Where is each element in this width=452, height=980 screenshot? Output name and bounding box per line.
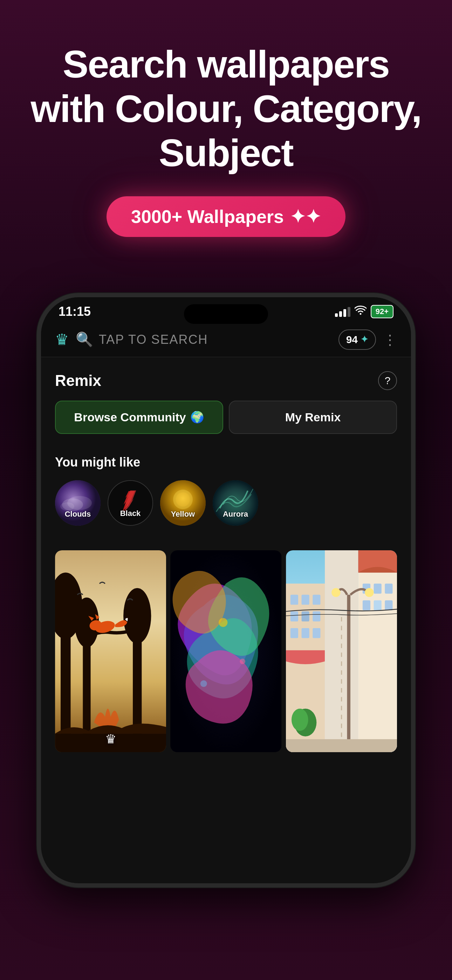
svg-rect-30 xyxy=(301,611,309,621)
svg-rect-39 xyxy=(363,600,370,610)
might-like-section: You might like xyxy=(41,455,411,550)
svg-point-44 xyxy=(365,588,374,597)
svg-point-22 xyxy=(201,680,207,687)
hero-title: Search wallpapers with Colour, Category,… xyxy=(28,42,424,175)
hero-badge[interactable]: 3000+ Wallpapers ✦✦ xyxy=(107,196,345,237)
help-icon[interactable]: ? xyxy=(378,371,397,390)
category-circle-aurora: Aurora xyxy=(213,480,258,526)
phone-container: 11:15 92+ ♛ xyxy=(0,293,452,888)
category-pill-aurora[interactable]: Aurora xyxy=(213,480,258,526)
search-placeholder-text[interactable]: TAP TO SEARCH xyxy=(99,332,208,347)
my-remix-label: My Remix xyxy=(285,410,341,424)
clouds-label: Clouds xyxy=(65,510,91,519)
yellow-label: Yellow xyxy=(171,510,195,519)
crown-overlay-icon: ♛ xyxy=(105,732,116,746)
crown-icon[interactable]: ♛ xyxy=(55,331,69,348)
dynamic-island xyxy=(184,304,268,324)
svg-rect-40 xyxy=(374,600,381,610)
svg-point-20 xyxy=(219,618,228,627)
signal-bar-3 xyxy=(344,309,346,317)
svg-point-15 xyxy=(123,588,151,644)
wallpaper-item-street[interactable] xyxy=(286,550,397,752)
svg-point-7 xyxy=(176,492,190,506)
category-circle-black: Black xyxy=(108,480,153,526)
category-pill-yellow[interactable]: Yellow xyxy=(160,480,206,526)
wifi-icon xyxy=(355,305,366,318)
remix-header: Remix ? xyxy=(55,371,397,390)
browse-community-label: Browse Community xyxy=(74,410,186,424)
svg-point-21 xyxy=(240,659,246,664)
svg-rect-29 xyxy=(290,611,298,621)
status-bar: 11:15 92+ xyxy=(41,297,411,323)
category-pill-clouds[interactable]: Clouds xyxy=(55,480,100,526)
svg-rect-28 xyxy=(312,595,320,605)
credits-sparkle-icon: ✦ xyxy=(361,334,368,345)
status-time: 11:15 xyxy=(59,304,91,319)
svg-rect-48 xyxy=(286,739,397,752)
svg-rect-33 xyxy=(301,628,309,638)
svg-point-45 xyxy=(331,588,340,597)
svg-point-47 xyxy=(291,708,308,730)
app-content: ♛ 🔍 TAP TO SEARCH 94 ✦ ⋮ Remix ? xyxy=(41,323,411,883)
svg-rect-26 xyxy=(290,595,298,605)
svg-rect-41 xyxy=(385,600,392,610)
svg-rect-35 xyxy=(358,573,397,752)
svg-rect-43 xyxy=(347,595,350,750)
svg-rect-34 xyxy=(312,628,320,638)
svg-rect-37 xyxy=(374,584,381,594)
svg-rect-38 xyxy=(385,584,392,594)
sparkle-icon: ✦✦ xyxy=(290,206,321,227)
svg-rect-32 xyxy=(290,628,298,638)
svg-rect-27 xyxy=(301,595,309,605)
category-circle-clouds: Clouds xyxy=(55,480,100,526)
category-circle-yellow: Yellow xyxy=(160,480,206,526)
signal-bar-4 xyxy=(348,307,350,317)
search-area[interactable]: 🔍 TAP TO SEARCH xyxy=(76,331,331,348)
hero-section: Search wallpapers with Colour, Category,… xyxy=(0,0,452,286)
category-pill-black[interactable]: Black xyxy=(108,480,153,526)
remix-title: Remix xyxy=(55,372,101,390)
remix-section: Remix ? Browse Community 🌍 My Remix xyxy=(41,357,411,455)
phone-frame: 11:15 92+ ♛ xyxy=(37,293,415,888)
globe-icon: 🌍 xyxy=(190,410,204,424)
search-bar[interactable]: ♛ 🔍 TAP TO SEARCH 94 ✦ ⋮ xyxy=(41,323,411,357)
might-like-title: You might like xyxy=(55,455,397,470)
signal-bars xyxy=(335,306,350,317)
category-pills: Clouds Black xyxy=(55,480,397,526)
browse-community-tab[interactable]: Browse Community 🌍 xyxy=(55,401,223,434)
wallpaper-grid: ♛ xyxy=(41,550,411,767)
badge-label: 3000+ Wallpapers xyxy=(131,206,284,227)
signal-bar-1 xyxy=(335,313,338,317)
wallpaper-item-fox[interactable]: ♛ xyxy=(55,550,166,752)
svg-rect-42 xyxy=(325,550,358,752)
wallpaper-item-abstract[interactable] xyxy=(170,550,282,752)
status-icons: 92+ xyxy=(335,305,393,318)
credits-badge[interactable]: 94 ✦ xyxy=(339,329,376,350)
black-label: Black xyxy=(120,509,141,518)
credits-value: 94 xyxy=(346,334,358,345)
signal-bar-2 xyxy=(339,311,342,317)
svg-rect-31 xyxy=(312,611,320,621)
battery-indicator: 92+ xyxy=(371,305,393,318)
search-magnifier-icon: 🔍 xyxy=(76,331,93,348)
tab-buttons: Browse Community 🌍 My Remix xyxy=(55,401,397,434)
aurora-label: Aurora xyxy=(223,510,248,519)
more-options-icon[interactable]: ⋮ xyxy=(383,332,397,348)
my-remix-tab[interactable]: My Remix xyxy=(229,401,397,434)
